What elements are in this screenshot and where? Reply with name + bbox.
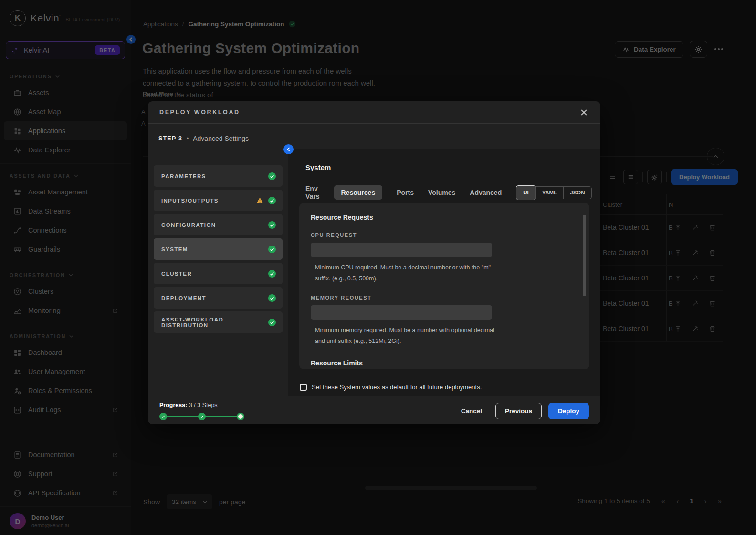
check-circle-icon <box>268 294 276 302</box>
check-circle-icon <box>268 172 276 180</box>
check-circle-icon <box>268 246 276 253</box>
step-deployment[interactable]: DEPLOYMENT <box>154 287 283 309</box>
step-system[interactable]: SYSTEM <box>154 238 283 260</box>
tab-volumes[interactable]: Volumes <box>428 185 455 200</box>
step-parameters[interactable]: PARAMETERS <box>154 165 283 187</box>
modal-actions: Cancel Previous Deploy <box>454 403 589 419</box>
tab-resources[interactable]: Resources <box>334 185 383 200</box>
step-cluster[interactable]: CLUSTER <box>154 263 283 284</box>
view-mode-ui[interactable]: UI <box>516 185 536 200</box>
check-circle-icon <box>268 270 276 278</box>
tab-env-vars[interactable]: Env Vars <box>305 182 320 203</box>
view-mode-switch: UI YAML JSON <box>516 186 591 199</box>
memory-request-input[interactable] <box>311 305 492 320</box>
step-number: STEP 3 <box>158 135 182 142</box>
cpu-request-label: CPU REQUEST <box>311 232 578 238</box>
view-mode-json[interactable]: JSON <box>563 187 591 199</box>
cpu-request-hint: Minimum CPU required. Must be a decimal … <box>311 262 494 284</box>
default-values-checkbox[interactable] <box>300 384 307 391</box>
close-icon[interactable] <box>578 107 589 118</box>
cancel-button[interactable]: Cancel <box>454 404 489 418</box>
default-values-label: Set these System values as default for a… <box>312 384 482 391</box>
default-values-row: Set these System values as default for a… <box>288 378 600 396</box>
settings-tabs: Env Vars Resources Ports Volumes Advance… <box>305 182 589 203</box>
cpu-request-input[interactable] <box>311 243 492 257</box>
view-mode-yaml[interactable]: YAML <box>536 187 564 199</box>
check-circle-icon <box>268 197 276 204</box>
panel-title: System <box>305 163 331 171</box>
step-name: Advanced Settings <box>193 135 249 142</box>
progress-track <box>159 413 244 420</box>
tab-advanced[interactable]: Advanced <box>470 185 502 200</box>
tab-ports[interactable]: Ports <box>397 185 414 200</box>
check-circle-icon <box>268 319 276 326</box>
progress-step-1-check-icon <box>159 413 167 420</box>
progress-step-3-current-icon <box>237 413 244 420</box>
step-inputs-outputs[interactable]: INPUTS/OUTPUTS <box>154 190 283 211</box>
step-indicator: STEP 3 • Advanced Settings <box>158 135 249 142</box>
resource-requests-title: Resource Requests <box>311 214 578 221</box>
memory-request-hint: Minimum memory required. Must be a numbe… <box>311 325 494 346</box>
steps-navigation: PARAMETERS INPUTS/OUTPUTS CONFIGURATION … <box>154 165 283 333</box>
check-circle-icon <box>268 221 276 229</box>
progress-step-2-check-icon <box>198 413 206 420</box>
resources-form: Resource Requests CPU REQUEST Minimum CP… <box>299 203 589 369</box>
modal-footer: Progress: 3 / 3 Steps Cancel Previous De… <box>148 397 600 424</box>
modal-header: DEPLOY WORKLOAD <box>148 101 600 124</box>
collapse-steps-button[interactable] <box>284 144 294 154</box>
previous-button[interactable]: Previous <box>495 403 542 419</box>
deploy-workload-modal: DEPLOY WORKLOAD STEP 3 • Advanced Settin… <box>148 101 600 424</box>
warning-icon <box>256 197 263 204</box>
deploy-button[interactable]: Deploy <box>548 403 589 419</box>
step-asset-workload-distribution[interactable]: ASSET-WORKLOAD DISTRIBUTION <box>154 311 283 333</box>
resource-limits-title: Resource Limits <box>311 359 578 367</box>
vertical-scrollbar[interactable] <box>583 215 586 296</box>
progress-block: Progress: 3 / 3 Steps <box>159 402 250 420</box>
step-configuration[interactable]: CONFIGURATION <box>154 214 283 235</box>
progress-text: Progress: 3 / 3 Steps <box>159 402 250 408</box>
modal-title: DEPLOY WORKLOAD <box>159 109 240 116</box>
chevron-left-icon <box>287 147 290 151</box>
app-window: K Kelvin˚ BETA Environment (DEV) KelvinA… <box>0 0 756 535</box>
system-settings-panel: System Env Vars Resources Ports Volumes … <box>288 149 600 396</box>
memory-request-label: MEMORY REQUEST <box>311 295 578 300</box>
